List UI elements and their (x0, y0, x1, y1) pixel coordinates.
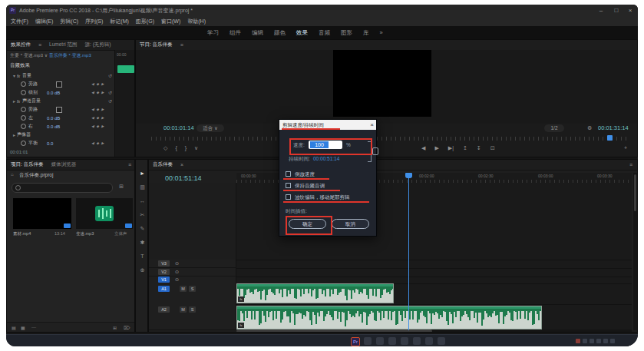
razor-tool[interactable] (136, 212, 148, 218)
list-view-icon[interactable] (12, 325, 16, 330)
add-marker-icon[interactable] (163, 144, 167, 152)
ripple-edit-checkbox[interactable] (286, 194, 291, 200)
next-keyframe-icon[interactable] (101, 108, 104, 111)
audio-clip-a2[interactable]: fx (236, 306, 542, 329)
monitor-time-ruler[interactable] (151, 137, 627, 141)
effect-row-channel-volume[interactable]: fx 声道音量 (7, 97, 121, 105)
toggle-track-output-icon[interactable] (175, 260, 179, 266)
new-bin-icon[interactable] (113, 325, 117, 330)
trash-icon[interactable] (124, 325, 130, 330)
add-keyframe-icon[interactable] (96, 116, 98, 120)
timeline-playhead-handle[interactable] (405, 173, 412, 178)
stopwatch-icon[interactable] (21, 141, 26, 146)
panel-menu-icon[interactable] (128, 162, 131, 167)
dialog-close-icon[interactable] (370, 120, 374, 130)
tray-icon[interactable] (576, 339, 580, 343)
track-select-tool[interactable] (136, 184, 148, 190)
timeline-timecode[interactable]: 00:01:51:14 (165, 174, 202, 182)
taskbar-app-icon[interactable] (388, 337, 396, 345)
resolution-dropdown[interactable]: 1/2 (544, 124, 564, 132)
close-sequence-icon[interactable] (180, 162, 183, 167)
taskbar-app-icon[interactable] (413, 337, 421, 345)
chevron-down-icon[interactable] (45, 53, 48, 58)
media-item-video-thumbnail[interactable] (13, 198, 71, 229)
goto-icon[interactable] (194, 144, 198, 152)
menu-marker[interactable]: 标记(M) (110, 18, 129, 25)
duration-value[interactable]: 00:00:51:14 (313, 156, 339, 161)
prev-keyframe-icon[interactable] (91, 108, 94, 111)
step-back-icon[interactable] (421, 144, 425, 152)
collapse-icon[interactable] (13, 132, 15, 137)
workspace-tab-libraries[interactable]: 库 (363, 29, 369, 37)
tray-icon[interactable] (596, 339, 601, 343)
menu-edit[interactable]: 编辑(E) (35, 18, 53, 25)
timeline-vertical-scrollbar[interactable] (633, 173, 637, 330)
effect-row-volume[interactable]: fx 音量 (7, 71, 121, 80)
panel-menu-icon[interactable] (180, 42, 183, 48)
collapse-icon[interactable] (13, 73, 15, 78)
workspace-tab-graphics[interactable]: 图形 (341, 29, 352, 37)
taskbar-app-icon[interactable] (376, 337, 384, 345)
menu-sequence[interactable]: 序列(S) (85, 18, 103, 25)
timeline-playhead-line[interactable] (408, 173, 409, 330)
zoom-slider[interactable] (31, 325, 36, 329)
taskbar-app-icon[interactable] (425, 337, 433, 345)
next-keyframe-icon[interactable] (101, 91, 104, 94)
sequence-clip-label[interactable]: 音乐伴奏 * 变速.mp3 (49, 53, 91, 58)
prev-keyframe-icon[interactable] (91, 82, 94, 86)
tab-effect-controls[interactable]: 效果控件 (11, 41, 31, 48)
prev-keyframe-icon[interactable] (91, 124, 94, 128)
track-badge[interactable]: V1 (158, 276, 170, 283)
menu-window[interactable]: 窗口(W) (161, 18, 180, 25)
selection-tool[interactable] (136, 171, 148, 176)
mute-button[interactable]: M (180, 306, 187, 313)
effect-row-bypass[interactable]: 旁路 (7, 80, 128, 88)
tab-lumetri-scopes[interactable]: Lumetri 范围 (49, 41, 77, 48)
stopwatch-icon[interactable] (21, 90, 26, 95)
program-current-timecode[interactable]: 00:01:01:14 (163, 124, 194, 131)
mark-in-icon[interactable] (175, 144, 177, 152)
settings-wrench-icon[interactable] (587, 124, 592, 132)
hand-tool[interactable] (136, 240, 148, 246)
effect-row-right[interactable]: 右 0.0 dB (7, 122, 128, 131)
next-keyframe-icon[interactable] (101, 82, 104, 86)
taskbar-app-icon[interactable] (438, 337, 445, 345)
stopwatch-icon[interactable] (21, 115, 26, 121)
media-item-audio-thumbnail[interactable] (76, 198, 133, 229)
project-file-name[interactable]: 音乐伴奏.prproj (19, 172, 53, 179)
zoom-tool[interactable] (136, 267, 148, 273)
effect-row-bypass2[interactable]: 旁路 (7, 105, 128, 114)
add-keyframe-icon[interactable] (96, 108, 98, 111)
toggle-track-output-icon[interactable] (175, 276, 179, 282)
tray-icon[interactable] (583, 339, 587, 343)
toggle-track-output-icon[interactable] (175, 269, 179, 274)
step-forward-icon[interactable] (448, 144, 454, 152)
bypass-checkbox[interactable] (56, 107, 62, 113)
effect-row-level[interactable]: 级别 0.0 dB (7, 88, 128, 97)
effect-row-left[interactable]: 左 0.0 dB (7, 114, 128, 122)
tray-icon[interactable] (603, 339, 608, 343)
bypass-checkbox[interactable] (56, 81, 62, 88)
menu-file[interactable]: 文件(F) (11, 18, 28, 25)
panel-menu-icon[interactable] (38, 42, 41, 48)
reset-icon[interactable] (108, 98, 112, 104)
stopwatch-icon[interactable] (21, 107, 26, 112)
prev-keyframe-icon[interactable] (91, 141, 94, 145)
tab-project[interactable]: 项目: 音乐伴奏 (11, 161, 44, 168)
track-header-a1[interactable]: A1 M S (149, 283, 236, 305)
effect-controls-timecode[interactable]: 00:01:01 (10, 150, 28, 154)
media-item-video-name[interactable]: 素材.mp4 (13, 231, 31, 237)
prev-keyframe-icon[interactable] (91, 116, 94, 120)
audio-clip-a1[interactable]: fx (236, 283, 394, 303)
taskbar-premiere-icon[interactable]: Pr (351, 337, 360, 346)
add-keyframe-icon[interactable] (96, 82, 98, 86)
next-keyframe-icon[interactable] (101, 116, 104, 120)
close-button[interactable] (624, 6, 636, 15)
panel-menu-icon[interactable] (629, 162, 632, 167)
reset-icon[interactable] (108, 73, 112, 78)
track-header-v2[interactable]: V2 (149, 268, 236, 276)
ripple-edit-tool[interactable] (136, 198, 148, 204)
effect-row-balance[interactable]: 平衡 0.0 (7, 139, 128, 147)
workspace-tab-effects[interactable]: 效果 (296, 29, 308, 37)
next-keyframe-icon[interactable] (101, 124, 104, 128)
